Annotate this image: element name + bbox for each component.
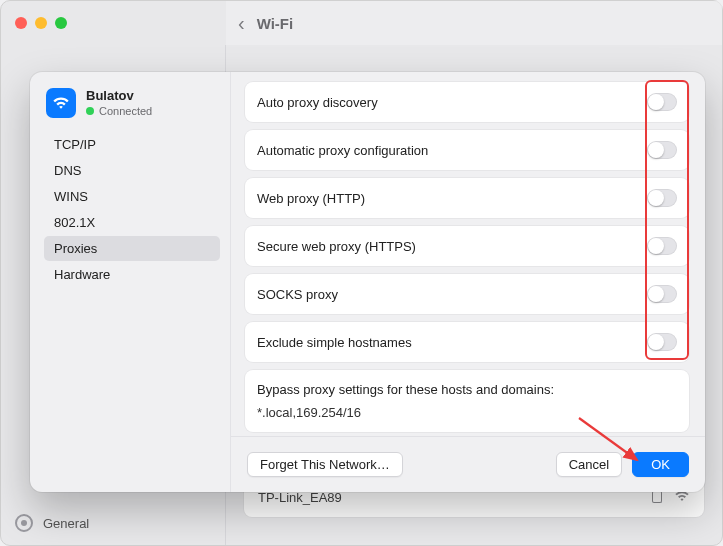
network-settings-sheet: Bulatov Connected TCP/IPDNSWINS802.1XPro… <box>30 72 705 492</box>
tab-hardware[interactable]: Hardware <box>44 262 220 287</box>
wifi-icon <box>46 88 76 118</box>
ok-button[interactable]: OK <box>632 452 689 477</box>
toggle[interactable] <box>647 237 677 255</box>
proxy-option-row: Auto proxy discovery <box>245 82 689 122</box>
close-icon[interactable] <box>15 17 27 29</box>
status-text: Connected <box>99 105 152 117</box>
minimize-icon[interactable] <box>35 17 47 29</box>
lock-icon <box>652 491 662 503</box>
back-icon[interactable]: ‹ <box>238 12 245 35</box>
toggle[interactable] <box>647 333 677 351</box>
toggle[interactable] <box>647 285 677 303</box>
proxy-options-scroll[interactable]: Auto proxy discoveryAutomatic proxy conf… <box>231 72 705 436</box>
zoom-icon[interactable] <box>55 17 67 29</box>
sidebar-item-label: General <box>43 516 89 531</box>
option-label: Auto proxy discovery <box>257 95 378 110</box>
option-label: Automatic proxy configuration <box>257 143 428 158</box>
toggle[interactable] <box>647 141 677 159</box>
option-label: SOCKS proxy <box>257 287 338 302</box>
cancel-button[interactable]: Cancel <box>556 452 622 477</box>
content-header: ‹ Wi-Fi <box>226 1 722 45</box>
tab-dns[interactable]: DNS <box>44 158 220 183</box>
bypass-label: Bypass proxy settings for these hosts an… <box>257 382 677 397</box>
option-label: Secure web proxy (HTTPS) <box>257 239 416 254</box>
sidebar-item-general[interactable]: General <box>15 507 210 539</box>
forget-network-button[interactable]: Forget This Network… <box>247 452 403 477</box>
gear-icon <box>15 514 33 532</box>
tab-tcp-ip[interactable]: TCP/IP <box>44 132 220 157</box>
proxy-option-row: Exclude simple hostnames <box>245 322 689 362</box>
annotation-highlight <box>645 80 689 360</box>
option-label: Exclude simple hostnames <box>257 335 412 350</box>
network-header: Bulatov Connected <box>44 84 220 132</box>
proxy-option-row: SOCKS proxy <box>245 274 689 314</box>
option-label: Web proxy (HTTP) <box>257 191 365 206</box>
bypass-settings: Bypass proxy settings for these hosts an… <box>245 370 689 432</box>
toggle[interactable] <box>647 189 677 207</box>
sheet-footer: Forget This Network… Cancel OK <box>231 436 705 492</box>
proxy-option-row: Web proxy (HTTP) <box>245 178 689 218</box>
network-status: Connected <box>86 105 152 117</box>
sheet-main: Auto proxy discoveryAutomatic proxy conf… <box>230 72 705 492</box>
tab-proxies[interactable]: Proxies <box>44 236 220 261</box>
proxy-option-row: Automatic proxy configuration <box>245 130 689 170</box>
proxy-option-row: Secure web proxy (HTTPS) <box>245 226 689 266</box>
network-name: Bulatov <box>86 88 152 103</box>
tab-wins[interactable]: WINS <box>44 184 220 209</box>
sheet-sidebar: Bulatov Connected TCP/IPDNSWINS802.1XPro… <box>30 72 230 492</box>
status-dot-icon <box>86 107 94 115</box>
bypass-value[interactable]: *.local,169.254/16 <box>257 405 677 420</box>
page-title: Wi-Fi <box>257 15 294 32</box>
toggle[interactable] <box>647 93 677 111</box>
tab-802-1x[interactable]: 802.1X <box>44 210 220 235</box>
